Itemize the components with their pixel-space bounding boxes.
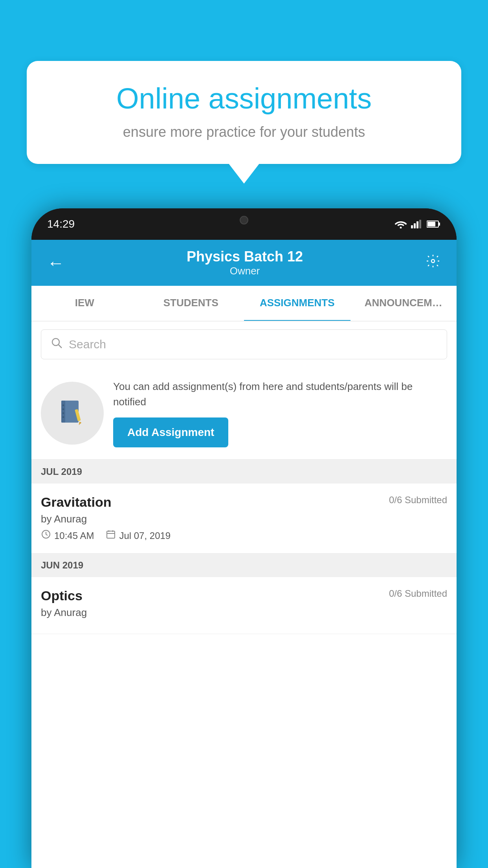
assignment-by-optics: by Anurag: [41, 607, 447, 619]
header-title: Physics Batch 12: [64, 248, 425, 265]
svg-rect-16: [62, 416, 64, 418]
svg-point-8: [431, 259, 435, 263]
svg-rect-6: [438, 223, 440, 226]
assignment-item-optics[interactable]: Optics 0/6 Submitted by Anurag: [31, 577, 457, 634]
calendar-icon: [106, 529, 116, 542]
assignment-name-gravitation: Gravitation: [41, 495, 111, 510]
add-assignment-button[interactable]: Add Assignment: [113, 417, 228, 447]
svg-rect-3: [416, 221, 418, 228]
svg-rect-2: [414, 223, 416, 228]
assignment-date-gravitation: Jul 07, 2019: [106, 529, 171, 542]
tab-assignments[interactable]: ASSIGNMENTS: [244, 286, 350, 322]
phone-frame: 14:29: [31, 208, 457, 868]
settings-button[interactable]: [425, 253, 441, 272]
assignment-time-gravitation: 10:45 AM: [41, 529, 94, 542]
battery-icon: [427, 220, 441, 228]
status-bar: 14:29: [31, 208, 457, 240]
clock-icon: [41, 529, 51, 542]
assignment-time-text-gravitation: 10:45 AM: [54, 530, 94, 541]
svg-point-0: [400, 227, 402, 229]
svg-rect-4: [419, 220, 421, 228]
section-jun-2019: JUN 2019: [31, 554, 457, 577]
notebook-icon: [57, 397, 88, 429]
assignment-name-optics: Optics: [41, 588, 83, 603]
tabs-container: IEW STUDENTS ASSIGNMENTS ANNOUNCEM…: [31, 286, 457, 322]
assignment-top-optics: Optics 0/6 Submitted: [41, 588, 447, 603]
search-box[interactable]: Search: [41, 329, 447, 359]
search-placeholder: Search: [69, 338, 106, 351]
bubble-subtitle: ensure more practice for your students: [50, 124, 438, 140]
svg-rect-7: [427, 222, 435, 226]
status-icons: [394, 220, 441, 228]
tab-announcements[interactable]: ANNOUNCEM…: [350, 286, 457, 321]
section-jul-2019: JUL 2019: [31, 460, 457, 484]
app-header: ← Physics Batch 12 Owner: [31, 240, 457, 286]
phone-notch: [209, 208, 279, 232]
search-container: Search: [31, 322, 457, 367]
back-button[interactable]: ←: [47, 253, 64, 273]
header-subtitle: Owner: [64, 265, 425, 277]
tab-iew[interactable]: IEW: [31, 286, 138, 321]
tab-students[interactable]: STUDENTS: [138, 286, 244, 321]
search-icon: [51, 337, 62, 352]
signal-icon: [411, 220, 423, 228]
camera: [240, 216, 248, 224]
promo-content: You can add assignment(s) from here and …: [113, 379, 447, 447]
svg-rect-13: [62, 405, 64, 406]
svg-rect-14: [62, 408, 64, 410]
speech-bubble: Online assignments ensure more practice …: [27, 61, 461, 164]
svg-rect-1: [411, 225, 413, 228]
svg-line-10: [59, 345, 62, 348]
promo-section: You can add assignment(s) from here and …: [31, 367, 457, 460]
bubble-title: Online assignments: [50, 83, 438, 114]
wifi-icon: [394, 220, 407, 228]
header-center: Physics Batch 12 Owner: [64, 248, 425, 277]
assignment-submitted-gravitation: 0/6 Submitted: [389, 495, 447, 506]
assignment-top: Gravitation 0/6 Submitted: [41, 495, 447, 510]
assignment-item-gravitation[interactable]: Gravitation 0/6 Submitted by Anurag 10:4…: [31, 484, 457, 554]
svg-rect-12: [61, 401, 65, 423]
assignment-submitted-optics: 0/6 Submitted: [389, 588, 447, 599]
svg-marker-18: [78, 421, 82, 425]
svg-point-9: [52, 338, 59, 346]
speech-bubble-container: Online assignments ensure more practice …: [27, 61, 461, 164]
assignment-meta-gravitation: 10:45 AM Jul 07, 2019: [41, 529, 447, 542]
assignment-by-gravitation: by Anurag: [41, 513, 447, 525]
promo-text: You can add assignment(s) from here and …: [113, 379, 447, 410]
assignment-date-text-gravitation: Jul 07, 2019: [119, 530, 171, 541]
phone-screen: ← Physics Batch 12 Owner IEW STUDENTS AS…: [31, 240, 457, 868]
svg-rect-20: [107, 531, 115, 538]
promo-icon-circle: [41, 382, 104, 445]
svg-rect-15: [62, 412, 64, 414]
